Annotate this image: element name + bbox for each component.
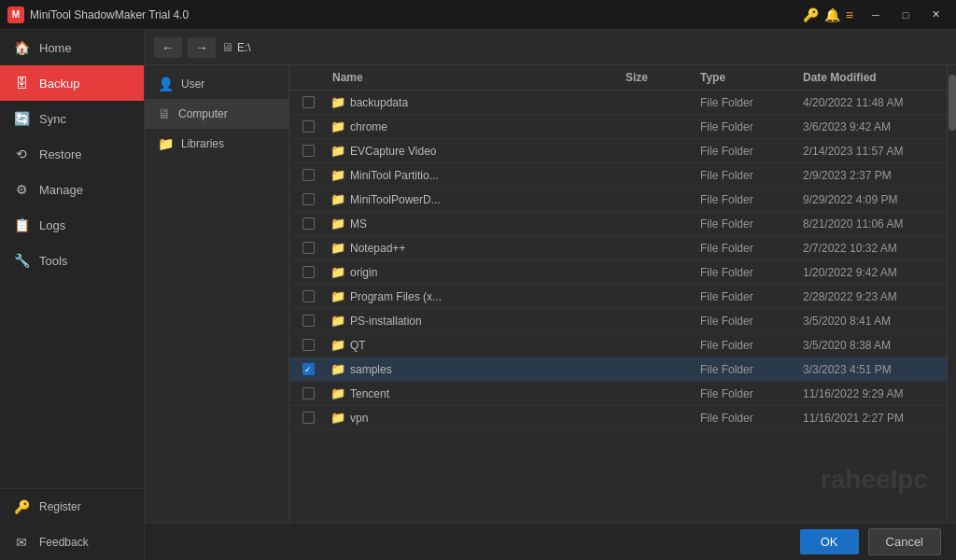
forward-button[interactable]: → (188, 37, 216, 58)
file-browser: 👤 User 🖥 Computer 📁 Libraries Name Size … (145, 65, 956, 523)
minimize-button[interactable]: ─ (863, 6, 889, 24)
checkbox-11[interactable] (302, 363, 315, 375)
file-date-1: 3/6/2023 9:42 AM (797, 120, 947, 133)
bottom-bar: OK Cancel (145, 523, 956, 560)
checkbox-2[interactable] (302, 145, 315, 157)
key-icon[interactable]: 🔑 (803, 7, 819, 22)
folder-icon-11: 📁 (330, 362, 345, 376)
restore-icon: ⟲ (13, 146, 30, 162)
sidebar-item-manage[interactable]: ⚙ Manage (0, 172, 144, 207)
logs-icon: 📋 (13, 217, 30, 233)
close-button[interactable]: ✕ (922, 6, 949, 24)
file-checkbox-0[interactable] (289, 96, 327, 108)
checkbox-7[interactable] (302, 266, 315, 278)
file-checkbox-8[interactable] (289, 290, 327, 302)
checkbox-10[interactable] (302, 339, 315, 351)
file-checkbox-11[interactable] (289, 363, 327, 375)
sidebar-item-feedback[interactable]: ✉ Feedback (0, 525, 144, 560)
file-name-8: 📁 Program Files (x... (327, 289, 620, 303)
file-checkbox-13[interactable] (289, 412, 327, 424)
folder-icon-0: 📁 (330, 95, 345, 109)
checkbox-0[interactable] (302, 96, 315, 108)
file-name-10: 📁 QT (327, 338, 620, 352)
ok-button[interactable]: OK (800, 529, 859, 554)
checkbox-6[interactable] (302, 242, 315, 254)
file-type-12: File Folder (695, 387, 797, 400)
panel-item-label: Computer (178, 107, 228, 120)
file-checkbox-9[interactable] (289, 315, 327, 327)
sidebar: 🏠 Home 🗄 Backup 🔄 Sync ⟲ Restore ⚙ Manag… (0, 30, 145, 560)
file-date-2: 2/14/2023 11:57 AM (797, 145, 947, 158)
app-title: MiniTool ShadowMaker Trial 4.0 (30, 8, 803, 21)
file-date-10: 3/5/2020 8:38 AM (797, 339, 947, 352)
folder-icon-8: 📁 (330, 289, 345, 303)
file-name-11: 📁 samples (327, 362, 620, 376)
register-icon: 🔑 (13, 498, 30, 515)
sidebar-item-label: Home (39, 41, 72, 55)
checkbox-13[interactable] (302, 412, 315, 424)
table-row: 📁 Notepad++ File Folder 2/7/2022 10:32 A… (289, 236, 947, 260)
file-checkbox-5[interactable] (289, 217, 327, 230)
file-checkbox-2[interactable] (289, 145, 327, 157)
maximize-button[interactable]: □ (893, 6, 919, 24)
feedback-icon: ✉ (13, 534, 30, 551)
file-checkbox-3[interactable] (289, 169, 327, 181)
titlebar: M MiniTool ShadowMaker Trial 4.0 🔑 🔔 ≡ ─… (0, 0, 956, 30)
folder-icon-7: 📁 (330, 265, 345, 279)
file-name-9: 📁 PS-installation (327, 314, 620, 328)
tools-icon: 🔧 (13, 252, 30, 269)
file-checkbox-7[interactable] (289, 266, 327, 278)
file-name-1: 📁 chrome (327, 119, 620, 133)
table-row: 📁 MiniTool Partitio... File Folder 2/9/2… (289, 163, 947, 188)
panel-item-computer[interactable]: 🖥 Computer (145, 99, 288, 129)
checkbox-1[interactable] (302, 120, 315, 133)
user-panel-icon: 👤 (158, 77, 174, 91)
file-type-4: File Folder (695, 193, 797, 206)
sidebar-item-register[interactable]: 🔑 Register (0, 489, 144, 525)
col-checkbox (289, 71, 327, 84)
checkbox-4[interactable] (302, 193, 315, 205)
file-checkbox-6[interactable] (289, 242, 327, 254)
menu-icon[interactable]: ≡ (846, 7, 853, 22)
file-name-text: MiniToolPowerD... (350, 193, 441, 206)
folder-icon-5: 📁 (330, 217, 345, 231)
file-checkbox-10[interactable] (289, 339, 327, 351)
sync-icon: 🔄 (13, 110, 30, 127)
content-area: ← → 🖥 E:\ 👤 User 🖥 Computer 📁 Libraries (145, 30, 956, 560)
file-checkbox-1[interactable] (289, 120, 327, 133)
file-type-2: File Folder (695, 145, 797, 158)
sidebar-item-backup[interactable]: 🗄 Backup (0, 65, 144, 101)
panel-item-label: User (181, 77, 204, 91)
scrollbar-thumb[interactable] (949, 75, 956, 131)
folder-icon-1: 📁 (330, 119, 345, 133)
file-date-9: 3/5/2020 8:41 AM (797, 315, 947, 328)
cancel-button[interactable]: Cancel (868, 528, 941, 555)
sidebar-item-logs[interactable]: 📋 Logs (0, 207, 144, 243)
sidebar-item-home[interactable]: 🏠 Home (0, 30, 144, 65)
sidebar-item-label: Logs (39, 218, 65, 232)
sidebar-item-tools[interactable]: 🔧 Tools (0, 243, 144, 278)
checkbox-8[interactable] (302, 290, 315, 302)
checkbox-5[interactable] (302, 217, 315, 230)
file-type-13: File Folder (695, 412, 797, 425)
panel-item-libraries[interactable]: 📁 Libraries (145, 129, 288, 159)
checkbox-9[interactable] (302, 315, 315, 327)
table-row: 📁 MS File Folder 8/21/2020 11:06 AM (289, 212, 947, 236)
file-checkbox-4[interactable] (289, 193, 327, 205)
bell-icon[interactable]: 🔔 (824, 7, 840, 22)
panel-item-user[interactable]: 👤 User (145, 69, 288, 99)
file-name-3: 📁 MiniTool Partitio... (327, 168, 620, 182)
scrollbar-track[interactable] (947, 65, 956, 523)
file-name-text: vpn (350, 412, 368, 425)
checkbox-12[interactable] (302, 387, 315, 399)
back-button[interactable]: ← (154, 37, 182, 58)
folder-icon-2: 📁 (330, 144, 345, 158)
sidebar-item-sync[interactable]: 🔄 Sync (0, 101, 144, 136)
table-row: 📁 chrome File Folder 3/6/2023 9:42 AM (289, 115, 947, 139)
file-name-4: 📁 MiniToolPowerD... (327, 192, 620, 206)
folder-icon-9: 📁 (330, 314, 345, 328)
file-checkbox-12[interactable] (289, 387, 327, 399)
file-type-1: File Folder (695, 120, 797, 133)
sidebar-item-restore[interactable]: ⟲ Restore (0, 136, 144, 172)
checkbox-3[interactable] (302, 169, 315, 181)
